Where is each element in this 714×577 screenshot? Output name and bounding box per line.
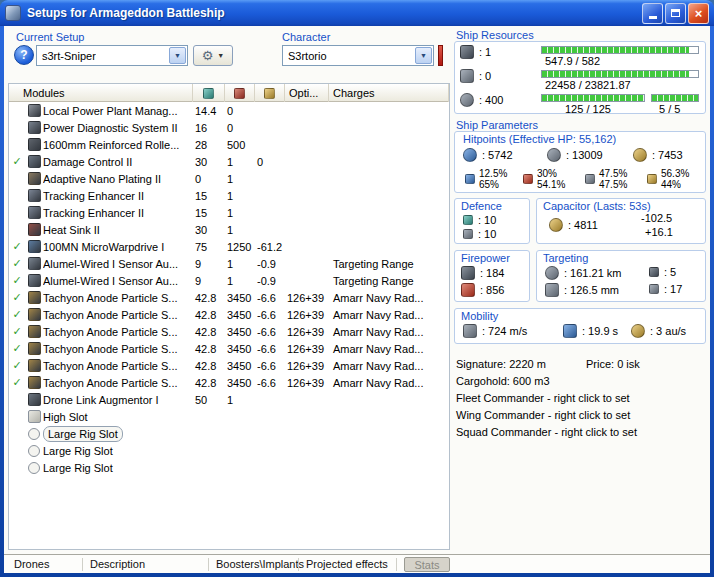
module-cpu: 30	[193, 156, 225, 168]
module-optimal: 126+39	[285, 360, 329, 372]
module-icon	[28, 104, 41, 117]
module-name: Damage Control II	[43, 155, 193, 169]
ship-resources-box: : 1 547.9 / 582 : 0 22458 / 23821.87 : 4…	[454, 41, 706, 114]
module-row[interactable]: Large Rig Slot	[9, 459, 449, 476]
module-row[interactable]: ✓Damage Control II3010	[9, 153, 449, 170]
module-charge: Targeting Range	[329, 275, 449, 287]
module-row[interactable]: ✓Alumel-Wired I Sensor Au...91-0.9Target…	[9, 255, 449, 272]
module-row[interactable]: ✓Tachyon Anode Particle S...42.83450-6.6…	[9, 340, 449, 357]
minimize-button[interactable]	[642, 3, 663, 24]
powergrid-column-header[interactable]	[225, 84, 255, 102]
module-icon	[28, 359, 41, 372]
module-row[interactable]: Adaptive Nano Plating II01	[9, 170, 449, 187]
rig-slot-icon	[28, 462, 40, 474]
module-row[interactable]: ✓Tachyon Anode Particle S...42.83450-6.6…	[9, 289, 449, 306]
maximize-button[interactable]	[665, 3, 686, 24]
armor-hp-icon	[547, 148, 561, 162]
max-targets: : 5	[649, 266, 676, 278]
fitted-check-icon: ✓	[9, 374, 25, 391]
module-cpu: 42.8	[193, 343, 225, 355]
module-icon	[28, 138, 41, 151]
module-row[interactable]: ✓Alumel-Wired I Sensor Au...91-0.9Target…	[9, 272, 449, 289]
character-status-bar	[438, 45, 443, 66]
armor-repair-icon	[463, 229, 473, 239]
module-row[interactable]: Tracking Enhancer II151	[9, 187, 449, 204]
module-row[interactable]: ✓Tachyon Anode Particle S...42.83450-6.6…	[9, 357, 449, 374]
wing-commander[interactable]: Wing Commander - right click to set	[456, 409, 630, 421]
module-name: Large Rig Slot	[43, 461, 193, 475]
module-row[interactable]: Tracking Enhancer II151	[9, 204, 449, 221]
module-row[interactable]: Local Power Plant Manag...14.40	[9, 102, 449, 119]
module-row[interactable]: ✓Tachyon Anode Particle S...42.83450-6.6…	[9, 306, 449, 323]
module-powergrid: 1	[225, 275, 255, 287]
module-row[interactable]: Large Rig Slot	[9, 425, 449, 442]
squad-commander[interactable]: Squad Commander - right click to set	[456, 426, 637, 438]
module-icon	[28, 291, 41, 304]
module-row[interactable]: Large Rig Slot	[9, 442, 449, 459]
module-cap-use: -6.6	[255, 292, 285, 304]
module-icon	[28, 155, 41, 168]
module-name: Tracking Enhancer II	[43, 189, 193, 203]
shield-hp: : 5742	[463, 148, 513, 162]
module-charge: Amarr Navy Rad...	[329, 360, 449, 372]
hitpoints-box: Hitpoints (Effective HP: 55,162) : 5742 …	[454, 131, 706, 193]
capacitor-icon	[549, 218, 563, 232]
chevron-down-icon[interactable]: ▼	[169, 47, 186, 64]
turret-hardpoints-icon	[460, 45, 474, 59]
em-resists: 12.5% 65%	[465, 168, 507, 190]
module-icon	[28, 257, 41, 270]
module-name: Drone Link Augmentor I	[43, 393, 193, 407]
setup-select[interactable]: s3rt-Sniper ▼	[36, 45, 188, 66]
tab-divider	[82, 558, 83, 571]
module-row[interactable]: ✓100MN MicroWarpdrive I751250-61.2	[9, 238, 449, 255]
module-row[interactable]: Power Diagnostic System II160	[9, 119, 449, 136]
fleet-commander[interactable]: Fleet Commander - right click to set	[456, 392, 630, 404]
capacitor-label: Capacitor (Lasts: 53s)	[543, 200, 651, 212]
tab-description[interactable]: Description	[90, 558, 145, 570]
close-button[interactable]: ×	[688, 3, 709, 24]
module-cap-use: -6.6	[255, 309, 285, 321]
module-row[interactable]: ✓Tachyon Anode Particle S...42.83450-6.6…	[9, 374, 449, 391]
module-row[interactable]: ✓Tachyon Anode Particle S...42.83450-6.6…	[9, 323, 449, 340]
help-button[interactable]: ?	[14, 45, 34, 65]
capacitor-box: Capacitor (Lasts: 53s) : 4811 -102.5 +16…	[536, 198, 706, 244]
chevron-down-icon: ▼	[217, 52, 224, 59]
structure-hp: : 7453	[633, 148, 683, 162]
module-powergrid: 1	[225, 207, 255, 219]
character-select[interactable]: S3rtorio ▼	[282, 45, 434, 66]
tab-boosters-implants[interactable]: Boosters\Implants	[216, 558, 304, 570]
tab-divider	[208, 558, 209, 571]
tab-stats[interactable]: Stats	[404, 557, 450, 572]
module-row[interactable]: High Slot	[9, 408, 449, 425]
ship-parameters-label: Ship Parameters	[456, 119, 538, 131]
module-cpu: 42.8	[193, 309, 225, 321]
module-name: Large Rig Slot	[43, 426, 193, 442]
price: Price: 0 isk	[586, 358, 640, 370]
armor-hp-value: : 13009	[566, 149, 603, 161]
modules-table-header[interactable]: Modules Opti... Charges	[9, 84, 449, 102]
optimal-column-header[interactable]: Opti...	[285, 84, 329, 102]
module-name: Heat Sink II	[43, 223, 193, 237]
setup-tools-button[interactable]: ⚙ ▼	[193, 45, 233, 66]
module-row[interactable]: Heat Sink II301	[9, 221, 449, 238]
tab-drones[interactable]: Drones	[14, 558, 49, 570]
charges-column-header[interactable]: Charges	[329, 84, 449, 102]
cargohold: Cargohold: 600 m3	[456, 375, 550, 387]
max-targets-value: : 5	[664, 266, 676, 278]
module-optimal: 126+39	[285, 343, 329, 355]
module-row[interactable]: 1600mm Reinforced Rolle...28500	[9, 136, 449, 153]
module-name: 1600mm Reinforced Rolle...	[43, 138, 193, 152]
modules-column-header[interactable]: Modules	[9, 84, 193, 102]
module-row[interactable]: Drone Link Augmentor I501	[9, 391, 449, 408]
cpu-column-header[interactable]	[193, 84, 225, 102]
capacitor-column-header[interactable]	[255, 84, 285, 102]
chevron-down-icon[interactable]: ▼	[415, 47, 432, 64]
module-cpu: 42.8	[193, 377, 225, 389]
module-name: 100MN MicroWarpdrive I	[43, 240, 193, 254]
module-cpu: 14.4	[193, 105, 225, 117]
titlebar[interactable]: Setups for Armageddon Battleship ×	[0, 0, 714, 26]
align-time: : 19.9 s	[563, 324, 618, 338]
module-name: Tracking Enhancer II	[43, 206, 193, 220]
tab-projected-effects[interactable]: Projected effects	[306, 558, 388, 570]
bottom-tabbar: Drones Description Boosters\Implants Pro…	[4, 554, 710, 573]
